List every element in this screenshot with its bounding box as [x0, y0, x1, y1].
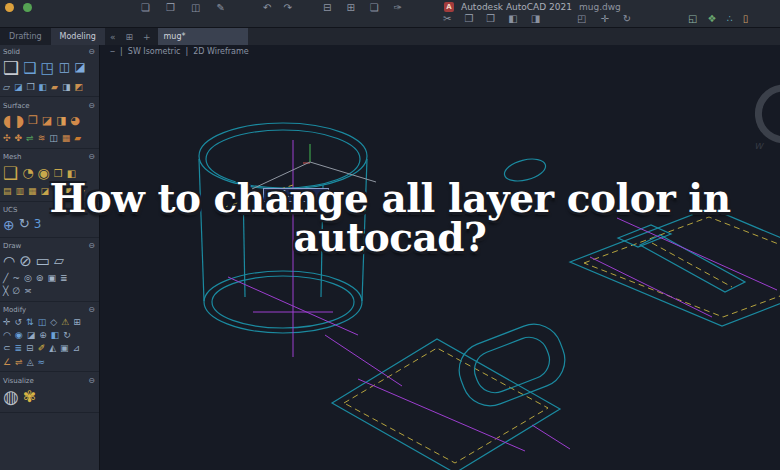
surface-fillet-tool-icon[interactable]: ◕ [71, 115, 81, 128]
surface-blend-tool-icon[interactable]: ◨ [56, 115, 66, 128]
viewport-style-label[interactable]: 2D Wireframe [193, 47, 249, 56]
block-icon[interactable]: ◨ [531, 13, 540, 25]
hatch-tool-icon[interactable]: ≣ [60, 273, 68, 283]
section-collapse-icon[interactable]: ⊖ [88, 306, 95, 314]
multiline-tool-icon[interactable]: ≍ [24, 286, 32, 296]
palette-section-title: Surface [3, 102, 30, 110]
section-collapse-icon[interactable]: ⊖ [88, 377, 95, 385]
break-tool-icon[interactable]: ⊟ [26, 343, 34, 353]
scale-tool-icon[interactable]: ◇ [50, 317, 57, 327]
save-icon[interactable]: ◫ [191, 2, 200, 14]
open-file-icon[interactable]: ❐ [166, 2, 175, 14]
spline-tool-icon[interactable]: ~ [12, 273, 20, 283]
layer-icon[interactable]: ◱ [688, 13, 697, 25]
surface-rebuild-tool-icon[interactable]: ▦ [62, 133, 71, 143]
sheet-set-icon[interactable]: ❖ [707, 13, 716, 25]
donut-tool-icon[interactable]: ⊚ [36, 273, 44, 283]
viewport-icon[interactable]: ∴ [726, 13, 732, 25]
zoom-window-icon[interactable]: ◰ [577, 13, 586, 25]
save-as-icon[interactable]: ✎ [216, 2, 224, 14]
surface-analysis-tool-icon[interactable]: ▰ [74, 133, 81, 143]
tab-modeling[interactable]: Modeling [51, 28, 105, 45]
file-tab-mug[interactable]: mug* [158, 28, 248, 45]
section-collapse-icon[interactable]: ⊖ [88, 48, 95, 56]
orbit-icon[interactable]: ↻ [623, 13, 631, 25]
offset-tool-icon[interactable]: ↻ [63, 330, 71, 340]
ellipse-tool-icon[interactable]: ◎ [24, 273, 32, 283]
lengthen-tool-icon[interactable]: ⊿ [73, 343, 81, 353]
surface-untrim-tool-icon[interactable]: ✤ [15, 133, 23, 143]
move-tool-icon[interactable]: ✛ [3, 317, 11, 327]
union-tool-icon[interactable]: ▱ [3, 82, 10, 92]
presspull-tool-icon[interactable]: ◫ [59, 61, 70, 75]
tab-drafting[interactable]: Drafting [0, 28, 51, 45]
page-setup-icon[interactable]: ❏ [370, 2, 379, 14]
fillet-tool-icon[interactable]: ◠ [3, 330, 11, 340]
join-tool-icon[interactable]: ✐ [38, 343, 46, 353]
slice-tool-icon[interactable]: ◧ [39, 82, 48, 92]
zoom-window-button[interactable] [23, 3, 32, 12]
spline-edit-tool-icon[interactable]: ⇌ [15, 357, 23, 367]
match-properties-icon[interactable]: ◧ [508, 13, 517, 25]
pan-icon[interactable]: ✛ [600, 13, 608, 25]
light-tool-icon[interactable]: ✾ [23, 388, 36, 406]
surface-network-tool-icon[interactable]: ◖ [3, 112, 11, 130]
mirror-tool-icon[interactable]: ◧ [51, 330, 60, 340]
align-tool-icon[interactable]: ▣ [60, 343, 69, 353]
shell-tool-icon[interactable]: ▰ [51, 82, 58, 92]
stretch-tool-icon[interactable]: ⇅ [26, 317, 34, 327]
array-tool-icon[interactable]: ⊞ [73, 317, 81, 327]
extrude-tool-icon[interactable]: ◳ [41, 60, 55, 77]
explode-tool-icon[interactable]: ◭ [49, 343, 56, 353]
section-collapse-icon[interactable]: ⊖ [88, 153, 95, 161]
redo-icon[interactable]: ↷ [283, 2, 291, 14]
paste-icon[interactable]: ❒ [486, 13, 495, 25]
chamfer-tool-icon[interactable]: ◪ [27, 330, 36, 340]
palette-collapse-button[interactable]: « [105, 28, 121, 45]
cube-tool-icon[interactable]: ❑ [23, 60, 36, 77]
surface-offset-tool-icon[interactable]: ◪ [42, 115, 52, 128]
plot-style-icon[interactable]: ✑ [394, 2, 402, 14]
surface-extend-tool-icon[interactable]: ⇌ [26, 133, 34, 143]
surface-cv-tool-icon[interactable]: ◫ [49, 133, 58, 143]
surface-loft-tool-icon[interactable]: ◗ [15, 112, 23, 130]
subtract-tool-icon[interactable]: ◪ [14, 82, 23, 92]
surface-patch-tool-icon[interactable]: ❒ [28, 115, 38, 128]
cut-icon[interactable]: ✂ [443, 13, 451, 25]
overkill-tool-icon[interactable]: ≈ [38, 357, 46, 367]
viewport-view-label[interactable]: SW Isometric [128, 47, 181, 56]
ray-tool-icon[interactable]: ∅ [12, 286, 20, 296]
grid-view-icon[interactable]: ⊞ [120, 28, 138, 45]
print-icon[interactable]: ⊟ [323, 2, 331, 14]
fillet-edge-tool-icon[interactable]: ◨ [62, 82, 71, 92]
surface-sculpt-tool-icon[interactable]: ≋ [38, 133, 46, 143]
taper-face-tool-icon[interactable]: ◩ [74, 82, 83, 92]
blend-tool-icon[interactable]: ⊕ [39, 330, 47, 340]
extend-tool-icon[interactable]: ≣ [15, 343, 23, 353]
section-collapse-icon[interactable]: ⊖ [88, 102, 95, 110]
new-tab-button[interactable]: + [138, 28, 156, 45]
trim-tool-icon[interactable]: ⊂ [3, 343, 11, 353]
annotate-warning-tool-icon[interactable]: ⚠ [61, 317, 69, 327]
undo-icon[interactable]: ↶ [263, 2, 271, 14]
minimize-button[interactable] [5, 3, 14, 12]
headline-overlay: How to change all layer color in autocad… [0, 179, 780, 257]
sweep-tool-icon[interactable]: ◪ [74, 61, 85, 75]
reverse-tool-icon[interactable]: ◬ [27, 357, 34, 367]
box-tool-icon[interactable]: ❑ [3, 58, 19, 79]
viewport-menu-button[interactable]: ‒ [110, 47, 115, 56]
point-tool-icon[interactable]: ╳ [3, 286, 8, 296]
plot-icon[interactable]: ⊞ [346, 2, 354, 14]
rotate-tool-icon[interactable]: ↺ [15, 317, 23, 327]
polyline-edit-tool-icon[interactable]: ∠ [3, 357, 11, 367]
subobject-tool-icon[interactable]: ◉ [15, 330, 23, 340]
intersect-tool-icon[interactable]: ❒ [26, 82, 34, 92]
line-tool-icon[interactable]: ╱ [3, 273, 8, 283]
new-file-icon[interactable]: ❏ [141, 2, 150, 14]
copy-tool-icon[interactable]: ◫ [38, 317, 47, 327]
region-tool-icon[interactable]: ▣ [47, 273, 56, 283]
surface-trim-tool-icon[interactable]: ✣ [3, 133, 11, 143]
materials-tool-icon[interactable]: ◍ [3, 387, 19, 408]
copy-icon[interactable]: ❐ [464, 13, 473, 25]
reference-icon[interactable]: ▯ [743, 13, 749, 25]
